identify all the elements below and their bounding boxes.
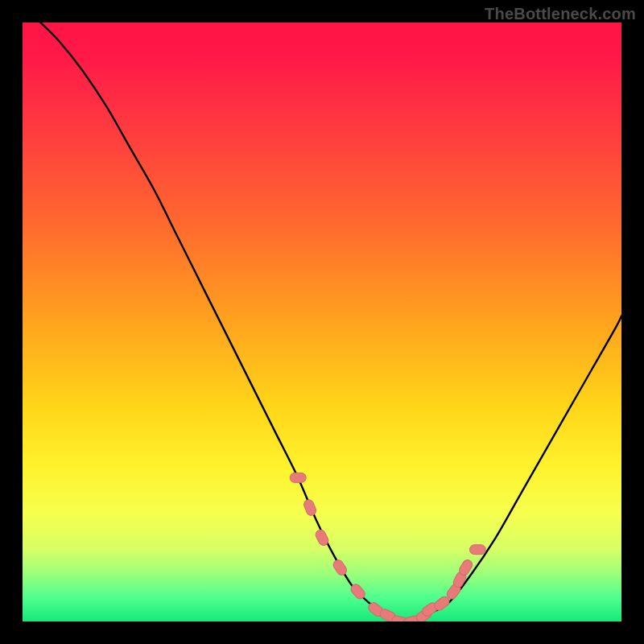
highlight-dots <box>290 473 485 621</box>
marker-dot <box>469 545 485 555</box>
watermark-text: TheBottleneck.com <box>485 5 636 23</box>
plot-area <box>23 23 621 621</box>
marker-dot <box>303 498 318 517</box>
bottleneck-curve <box>40 23 621 621</box>
chart-frame: TheBottleneck.com <box>0 0 644 644</box>
marker-dot <box>332 558 349 576</box>
marker-dot <box>290 473 306 482</box>
curve-layer <box>23 23 621 621</box>
